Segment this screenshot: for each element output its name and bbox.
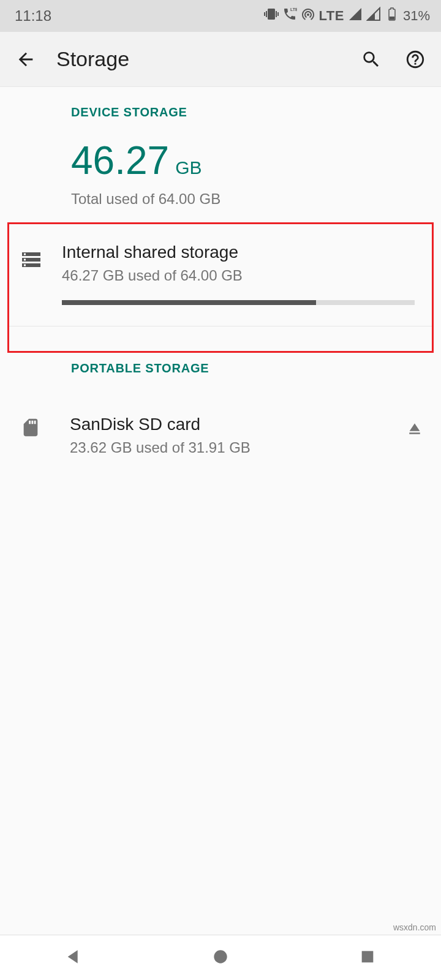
watermark: wsxdn.com	[393, 922, 436, 932]
nav-back-button[interactable]	[64, 947, 83, 969]
internal-storage-subtitle: 46.27 GB used of 64.00 GB	[62, 267, 415, 284]
storage-icon	[20, 249, 42, 271]
search-icon	[361, 49, 382, 70]
battery-percent: 31%	[403, 8, 430, 24]
internal-storage-progress-fill	[62, 300, 316, 305]
eject-icon	[405, 420, 424, 438]
sd-card-row[interactable]: SanDisk SD card 23.62 GB used of 31.91 G…	[0, 394, 441, 456]
vibrate-icon	[264, 7, 279, 25]
internal-storage-row[interactable]: Internal shared storage 46.27 GB used of…	[9, 224, 432, 305]
internal-storage-title: Internal shared storage	[62, 243, 415, 262]
storage-summary: 46.27 GB Total used of 64.00 GB	[0, 138, 441, 208]
svg-point-1	[214, 950, 227, 963]
sd-card-title: SanDisk SD card	[70, 415, 380, 434]
battery-icon	[385, 7, 399, 25]
help-icon	[405, 49, 426, 70]
signal-icon-2	[366, 7, 381, 25]
nav-recents-button[interactable]	[358, 947, 377, 969]
sd-card-icon	[20, 417, 41, 438]
app-bar: Storage	[0, 32, 441, 87]
arrow-back-icon	[15, 49, 36, 70]
content-area: DEVICE STORAGE 46.27 GB Total used of 64…	[0, 87, 441, 456]
sd-card-subtitle: 23.62 GB used of 31.91 GB	[70, 439, 380, 456]
divider	[9, 326, 432, 326]
eject-button[interactable]	[405, 415, 424, 440]
storage-used-value: 46.27	[71, 138, 169, 183]
lte-text-icon: LTE	[319, 8, 344, 24]
status-icons: LTE LTE 31%	[264, 7, 430, 25]
page-title: Storage	[56, 47, 341, 71]
svg-rect-2	[362, 951, 374, 962]
status-time: 11:18	[15, 7, 51, 24]
search-button[interactable]	[358, 46, 385, 73]
storage-used-unit: GB	[175, 157, 202, 178]
signal-icon-1	[348, 7, 363, 25]
status-bar: 11:18 LTE LTE 31%	[0, 0, 441, 32]
help-button[interactable]	[402, 46, 429, 73]
nav-home-button[interactable]	[211, 947, 230, 969]
portable-storage-label: PORTABLE STORAGE	[0, 361, 441, 375]
internal-storage-progress	[62, 300, 415, 305]
highlight-annotation: Internal shared storage 46.27 GB used of…	[7, 222, 434, 353]
volte-call-icon: LTE	[282, 7, 297, 25]
navigation-bar	[0, 935, 441, 980]
square-recents-icon	[358, 947, 377, 967]
hotspot-icon	[301, 7, 315, 25]
triangle-back-icon	[64, 947, 83, 967]
storage-summary-subtitle: Total used of 64.00 GB	[71, 190, 441, 208]
device-storage-label: DEVICE STORAGE	[0, 105, 441, 119]
circle-home-icon	[211, 947, 230, 967]
svg-text:LTE: LTE	[290, 7, 297, 12]
back-button[interactable]	[12, 46, 39, 73]
